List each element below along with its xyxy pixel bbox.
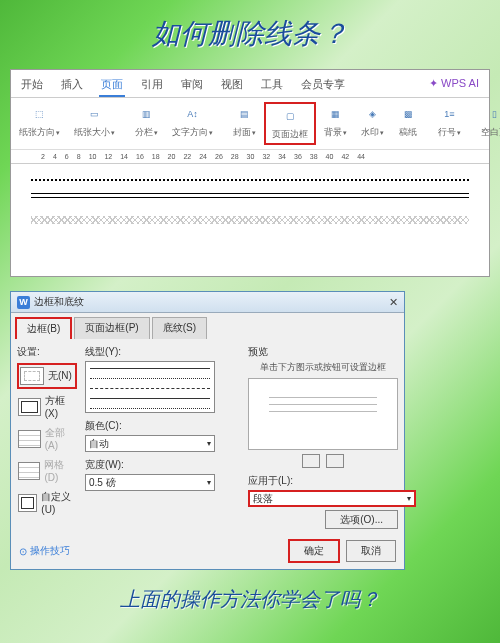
pageborder-button[interactable]: ▢页面边框 — [264, 102, 316, 145]
pageborder-icon: ▢ — [280, 106, 300, 126]
wavy-line — [31, 216, 469, 224]
linenumber-button[interactable]: 1≡行号▾ — [432, 102, 467, 141]
color-select[interactable]: 自动▾ — [85, 435, 215, 452]
opt-custom[interactable]: 自定义(U) — [17, 488, 77, 517]
ribbon-tabs: 开始 插入 页面 引用 审阅 视图 工具 会员专享 ✦ WPS AI — [11, 70, 489, 98]
options-button[interactable]: 选项(O)... — [325, 510, 398, 529]
papersize-button[interactable]: ▭纸张大小▾ — [68, 102, 121, 141]
applyto-label: 应用于(L): — [248, 474, 398, 488]
style-column: 线型(Y): 颜色(C): 自动▾ 宽度(W): 0.5 磅▾ — [85, 345, 240, 527]
ruler: 2468101214161820222426283032343638404244 — [11, 150, 489, 164]
dialog-header[interactable]: W 边框和底纹 ✕ — [11, 292, 404, 313]
manuscript-button[interactable]: ▩稿纸 — [392, 102, 424, 141]
papersize-icon: ▭ — [85, 104, 105, 124]
solid-line2 — [31, 197, 469, 198]
cover-button[interactable]: ▤封面▾ — [227, 102, 262, 141]
orientation-icon: ⬚ — [30, 104, 50, 124]
cover-icon: ▤ — [235, 104, 255, 124]
tips-link[interactable]: ⊙操作技巧 — [19, 544, 70, 558]
lightbulb-icon: ⊙ — [19, 546, 27, 557]
opt-grid[interactable]: 网格(D) — [17, 456, 77, 485]
tab-reference[interactable]: 引用 — [139, 74, 165, 97]
textdir-icon: A↕ — [183, 104, 203, 124]
blankpage-icon: ▯ — [485, 104, 501, 124]
opt-all[interactable]: 全部(A) — [17, 424, 77, 453]
manuscript-icon: ▩ — [398, 104, 418, 124]
width-label: 宽度(W): — [85, 458, 240, 472]
setting-label: 设置: — [17, 345, 77, 359]
preview-btn1[interactable] — [302, 454, 320, 468]
tab-view[interactable]: 视图 — [219, 74, 245, 97]
tab-review[interactable]: 审阅 — [179, 74, 205, 97]
borders-dialog: W 边框和底纹 ✕ 边框(B) 页面边框(P) 底纹(S) 设置: 无(N) 方… — [10, 291, 405, 570]
footer-text: 上面的操作方法你学会了吗？ — [0, 574, 500, 625]
background-icon: ▦ — [326, 104, 346, 124]
close-icon[interactable]: ✕ — [389, 296, 398, 309]
preview-column: 预览 单击下方图示或按钮可设置边框 应用于(L): 段落▾ 选项(O)... — [248, 345, 398, 527]
watermark-button[interactable]: ◈水印▾ — [355, 102, 390, 141]
linetype-label: 线型(Y): — [85, 345, 240, 359]
watermark-icon: ◈ — [363, 104, 383, 124]
document-area2[interactable] — [11, 246, 489, 276]
background-button[interactable]: ▦背景▾ — [318, 102, 353, 141]
ok-button[interactable]: 确定 — [288, 539, 340, 563]
blankpage-button[interactable]: ▯空白页 — [475, 102, 500, 141]
page-title: 如何删除线条？ — [0, 0, 500, 61]
dialog-title: 边框和底纹 — [34, 295, 84, 309]
setting-column: 设置: 无(N) 方框(X) 全部(A) 网格(D) 自定义(U) — [17, 345, 77, 527]
applyto-select[interactable]: 段落▾ — [248, 490, 416, 507]
tab-border[interactable]: 边框(B) — [15, 317, 72, 339]
dialog-tabs: 边框(B) 页面边框(P) 底纹(S) — [11, 313, 404, 339]
width-select[interactable]: 0.5 磅▾ — [85, 474, 215, 491]
preview-label: 预览 — [248, 345, 398, 359]
columns-icon: ▥ — [137, 104, 157, 124]
cancel-button[interactable]: 取消 — [346, 540, 396, 562]
textdir-button[interactable]: A↕文字方向▾ — [166, 102, 219, 141]
wps-ai-button[interactable]: ✦ WPS AI — [427, 74, 481, 97]
orientation-button[interactable]: ⬚纸张方向▾ — [13, 102, 66, 141]
tab-pageborder[interactable]: 页面边框(P) — [74, 317, 149, 339]
opt-box[interactable]: 方框(X) — [17, 392, 77, 421]
tab-member[interactable]: 会员专享 — [299, 74, 347, 97]
dotted-line — [31, 179, 469, 181]
linetype-select[interactable] — [85, 361, 215, 413]
tab-page[interactable]: 页面 — [99, 74, 125, 97]
dialog-footer: ⊙操作技巧 确定 取消 — [11, 533, 404, 569]
tab-insert[interactable]: 插入 — [59, 74, 85, 97]
color-label: 颜色(C): — [85, 419, 240, 433]
tab-shading[interactable]: 底纹(S) — [152, 317, 207, 339]
wps-window: 开始 插入 页面 引用 审阅 视图 工具 会员专享 ✦ WPS AI ⬚纸张方向… — [10, 69, 490, 277]
wps-icon: W — [17, 296, 30, 309]
preview-box[interactable] — [248, 378, 398, 450]
opt-none[interactable]: 无(N) — [17, 363, 77, 389]
ribbon-toolbar: ⬚纸张方向▾ ▭纸张大小▾ ▥分栏▾ A↕文字方向▾ ▤封面▾ ▢页面边框 ▦背… — [11, 98, 489, 150]
linenumber-icon: 1≡ — [440, 104, 460, 124]
tab-tools[interactable]: 工具 — [259, 74, 285, 97]
solid-line — [31, 193, 469, 194]
document-area[interactable] — [11, 164, 489, 242]
preview-btn2[interactable] — [326, 454, 344, 468]
tab-start[interactable]: 开始 — [19, 74, 45, 97]
columns-button[interactable]: ▥分栏▾ — [129, 102, 164, 141]
preview-hint: 单击下方图示或按钮可设置边框 — [248, 361, 398, 374]
